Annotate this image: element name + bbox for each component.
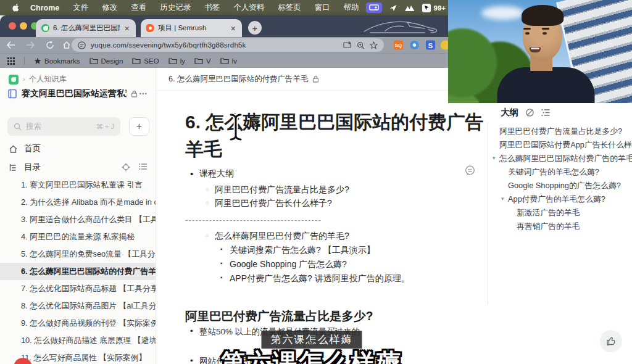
presenter-eye bbox=[525, 32, 530, 35]
bookmark-folder-lv[interactable]: lv bbox=[220, 57, 237, 65]
add-doc-button[interactable]: + bbox=[129, 117, 149, 136]
extension-sq-icon[interactable]: SQ bbox=[394, 41, 403, 50]
search-icon bbox=[14, 123, 22, 131]
workspace-row[interactable]: › 个人知识库 bbox=[9, 74, 66, 85]
doc-list-item[interactable]: 8. 怎么优化国际站商品图片 【ai工具分享】 bbox=[0, 297, 156, 315]
menu-tabs[interactable]: 标签页 bbox=[271, 2, 308, 13]
yuque-logo-icon bbox=[9, 75, 19, 85]
home-icon bbox=[9, 144, 18, 154]
apple-menu-icon[interactable] bbox=[9, 4, 23, 12]
caret-down-icon[interactable]: ▾ bbox=[493, 155, 496, 161]
book-icon bbox=[7, 89, 17, 99]
outline-item[interactable]: App付费广告的羊毛怎么薅? bbox=[508, 194, 605, 205]
extension-swirl-icon[interactable] bbox=[410, 41, 419, 50]
screen-share-status-icon[interactable] bbox=[366, 2, 382, 13]
bookmark-folder-ly[interactable]: ly bbox=[168, 57, 185, 65]
presenter-brow bbox=[523, 28, 531, 30]
search-input[interactable]: 搜索 ⌘ + J bbox=[7, 117, 120, 136]
doc-bullet: 课程大纲 bbox=[199, 168, 234, 180]
bookmark-folder-v[interactable]: V bbox=[194, 57, 211, 65]
menu-view[interactable]: 查看 bbox=[124, 2, 153, 13]
reload-button[interactable] bbox=[46, 41, 54, 49]
bookmark-all[interactable]: Bookmarks bbox=[34, 57, 80, 65]
tab-close-icon[interactable]: ✕ bbox=[123, 25, 130, 32]
bookmark-folder-seo[interactable]: SEO bbox=[132, 57, 159, 65]
tab-title: 6. 怎么薅阿里巴巴国际站的付费 bbox=[53, 23, 120, 33]
notification-badge[interactable]: 99+ bbox=[422, 4, 446, 12]
outline-item[interactable]: 关键词广告的羊毛怎么薅? bbox=[508, 167, 599, 178]
bookmark-label: V bbox=[206, 57, 211, 65]
tab-semrush[interactable]: 项目 | Semrush ✕ bbox=[141, 19, 242, 37]
menu-window[interactable]: 窗口 bbox=[308, 2, 337, 13]
bookmark-folder-design[interactable]: Design bbox=[89, 57, 123, 65]
apps-grid-icon[interactable] bbox=[7, 57, 15, 65]
book-title-row[interactable]: 赛文阿里巴巴国际站运营私董课 ⋯ bbox=[7, 88, 149, 99]
outline-item[interactable]: 再营销广告的羊毛 bbox=[517, 221, 580, 232]
eye-off-icon[interactable] bbox=[525, 108, 534, 117]
address-bar[interactable]: yuque.com/ssevening/twx5y6/bqrtfh3g88srd… bbox=[72, 38, 384, 52]
menu-chrome[interactable]: Chrome bbox=[23, 4, 66, 12]
cursor-status-icon[interactable] bbox=[389, 4, 397, 12]
sidebar-item-toc[interactable]: 目录 bbox=[9, 162, 148, 173]
outline-item[interactable]: Google Shopping的广告怎么薅? bbox=[508, 181, 621, 191]
text-cursor bbox=[227, 112, 245, 142]
theme-car-artwork bbox=[360, 16, 441, 36]
more-options-button[interactable]: ⋯ bbox=[139, 88, 148, 98]
outline-item[interactable]: 怎么薅阿里巴巴国际站付费广告的羊毛? bbox=[499, 154, 632, 164]
outline-item[interactable]: 阿里巴巴国际站付费App广告长什么样... bbox=[499, 140, 632, 151]
outline-item[interactable]: 阿里巴巴付费广告流量占比是多少? bbox=[499, 126, 622, 137]
doc-list-item[interactable]: 4. 阿里巴巴的流量来源 私家揭秘 bbox=[0, 228, 156, 246]
mountains-status-icon[interactable] bbox=[404, 4, 415, 12]
outline-list-icon[interactable] bbox=[541, 109, 551, 117]
semrush-favicon bbox=[146, 24, 154, 32]
caret-down-icon[interactable]: ▾ bbox=[501, 196, 504, 202]
send-to-device-icon[interactable] bbox=[343, 41, 352, 49]
doc-list-item[interactable]: 3. 阿里适合做什么商品什么类目 【工具分享】 bbox=[0, 211, 156, 228]
doc-bullet: 阿里巴巴付费广告长什么样子? bbox=[215, 198, 332, 209]
new-tab-button[interactable]: + bbox=[248, 21, 262, 35]
back-button[interactable] bbox=[6, 41, 15, 49]
menu-history[interactable]: 历史记录 bbox=[153, 2, 198, 13]
menu-edit[interactable]: 修改 bbox=[95, 2, 124, 13]
subtitle-big-text: 第六课怎么样薅 bbox=[221, 346, 402, 364]
menu-bookmarks[interactable]: 书签 bbox=[198, 2, 227, 13]
extension-semrush-icon[interactable]: S bbox=[426, 41, 435, 50]
doc-list-item[interactable]: 5. 怎么薅阿里的免费seo流量 【工具分享】 bbox=[0, 246, 156, 263]
screen: Chrome 文件 修改 查看 历史记录 书签 个人资料 标签页 窗口 帮助 9… bbox=[0, 0, 632, 364]
site-settings-icon[interactable] bbox=[78, 41, 86, 49]
outline-item[interactable]: 新激活广告的羊毛 bbox=[517, 208, 580, 218]
comment-bubble-icon[interactable] bbox=[465, 165, 475, 176]
bookmark-label: lv bbox=[232, 57, 237, 65]
chevron-right-icon: › bbox=[23, 76, 25, 83]
doc-list-item[interactable]: 9. 怎么做好商品视频的刊登 【实际案例分享】 bbox=[0, 315, 156, 332]
sidebar-item-home[interactable]: 首页 bbox=[9, 143, 41, 154]
bookmark-star-icon[interactable] bbox=[370, 41, 378, 49]
zoom-icon[interactable] bbox=[357, 41, 365, 49]
menu-profiles[interactable]: 个人资料 bbox=[227, 2, 271, 13]
doc-list: 1. 赛文阿里巴巴国际站私董课 引言 2. 为什么选择 Alibaba 而不是m… bbox=[0, 176, 156, 364]
doc-h2: 阿里巴巴付费广告流量占比是多少? bbox=[185, 308, 373, 325]
breadcrumb[interactable]: 6. 怎么薅阿里巴巴国际站的付费广告羊毛 bbox=[168, 74, 308, 85]
locate-target-icon[interactable] bbox=[122, 163, 130, 172]
menu-file[interactable]: 文件 bbox=[66, 2, 95, 13]
doc-list-item[interactable]: 2. 为什么选择 Alibaba 而不是made in china? bbox=[0, 194, 156, 211]
doc-list-item[interactable]: 7. 怎么优化国际站商品标题 【工具分享】 bbox=[0, 280, 156, 297]
cloud bbox=[481, 6, 525, 20]
close-window-button[interactable] bbox=[9, 22, 16, 30]
like-button[interactable] bbox=[600, 330, 622, 352]
home-button[interactable] bbox=[62, 41, 71, 49]
tab-close-icon[interactable]: ✕ bbox=[230, 25, 236, 32]
doc-bullet: 阿里巴巴付费广告流量占比是多少? bbox=[215, 184, 349, 196]
forward-button[interactable] bbox=[26, 41, 35, 49]
doc-list-item[interactable]: 10. 怎么做好商品描述 底层原理 【避坑指南】 bbox=[0, 332, 156, 349]
minimize-window-button[interactable] bbox=[20, 22, 27, 30]
webcam-overlay bbox=[448, 0, 632, 103]
doc-list-item-selected[interactable]: 6. 怎么薅阿里巴巴国际站的付费广告羊毛 bbox=[0, 263, 156, 280]
search-shortcut: ⌘ + J bbox=[96, 123, 114, 131]
tab-yuque[interactable]: 6. 怎么薅阿里巴巴国际站的付费 ✕ bbox=[36, 19, 136, 37]
doc-bullet: Google Shopping 广告怎么薅? bbox=[230, 259, 347, 270]
doc-list-item[interactable]: 1. 赛文阿里巴巴国际站私董课 引言 bbox=[0, 176, 156, 194]
menu-help[interactable]: 帮助 bbox=[337, 2, 366, 13]
doc-bullet: 怎么样薅阿里巴巴付费广告的羊毛? bbox=[215, 231, 349, 242]
collapse-list-icon[interactable] bbox=[139, 163, 148, 170]
